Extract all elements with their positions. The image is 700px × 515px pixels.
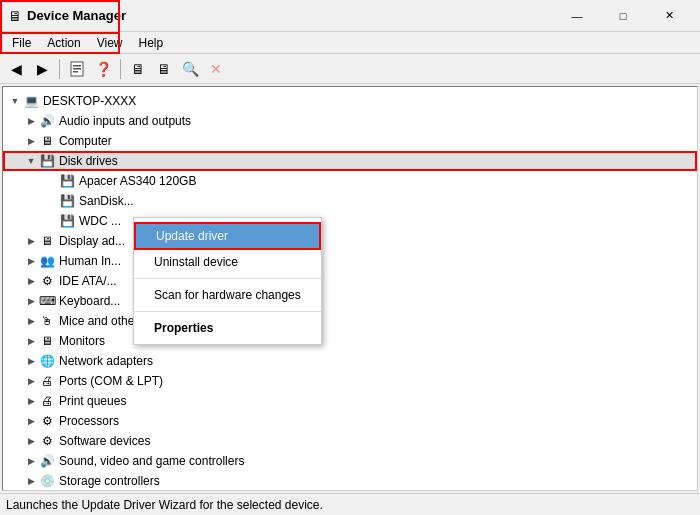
storage-icon: 💿 [39,473,55,489]
net-expand[interactable]: ▶ [23,353,39,369]
properties-icon [69,61,85,77]
proc-expand[interactable]: ▶ [23,413,39,429]
list-item[interactable]: ▶ 🖨 Ports (COM & LPT) [3,371,697,391]
apacer-label: Apacer AS340 120GB [79,174,196,188]
sandisk-label: SanDisk... [79,194,134,208]
sandisk-expand [43,193,59,209]
status-bar: Launches the Update Driver Wizard for th… [0,493,700,515]
wdc-expand [43,213,59,229]
maximize-button[interactable]: □ [600,0,646,32]
list-item[interactable]: 💾 SanDisk... [3,191,697,211]
ctx-uninstall[interactable]: Uninstall device [134,250,321,274]
ctx-scan[interactable]: Scan for hardware changes [134,283,321,307]
computer-expand[interactable]: ▶ [23,133,39,149]
list-item[interactable]: 💾 Apacer AS340 120GB [3,171,697,191]
human-expand[interactable]: ▶ [23,253,39,269]
ctx-properties[interactable]: Properties [134,316,321,340]
svg-rect-1 [73,65,81,67]
list-item[interactable]: ▶ ⚙ IDE ATA/... [3,271,697,291]
net-icon: 🌐 [39,353,55,369]
print-icon: 🖨 [39,393,55,409]
menu-file[interactable]: File [4,34,39,52]
sound-icon: 🔊 [39,453,55,469]
ctx-update-driver[interactable]: Update driver [134,222,321,250]
list-item[interactable]: ▶ 🖥 Display ad... [3,231,697,251]
list-item[interactable]: ▶ 👥 Human In... [3,251,697,271]
kbd-expand[interactable]: ▶ [23,293,39,309]
toolbar-separator-1 [59,59,60,79]
sw-label: Software devices [59,434,150,448]
menu-help[interactable]: Help [131,34,172,52]
remove-button[interactable]: ✕ [204,57,228,81]
list-item[interactable]: ▶ ⚙ Software devices [3,431,697,451]
scan-button[interactable]: 🔍 [178,57,202,81]
wdc-label: WDC ... [79,214,121,228]
list-item[interactable]: ▶ 🖥 Monitors [3,331,697,351]
computer-label: Computer [59,134,112,148]
close-button[interactable]: ✕ [646,0,692,32]
list-item[interactable]: ▶ 💿 Storage controllers [3,471,697,491]
storage-expand[interactable]: ▶ [23,473,39,489]
sw-icon: ⚙ [39,433,55,449]
disk-expand[interactable]: ▼ [23,153,39,169]
tree-root[interactable]: ▼ 💻 DESKTOP-XXXX [3,91,697,111]
main-area: ▼ 💻 DESKTOP-XXXX ▶ 🔊 Audio inputs and ou… [0,84,700,493]
wdc-icon: 💾 [59,213,75,229]
apacer-expand [43,173,59,189]
kbd-label: Keyboard... [59,294,120,308]
monitors-expand[interactable]: ▶ [23,333,39,349]
print-expand[interactable]: ▶ [23,393,39,409]
computer-icon: 🖥 [39,133,55,149]
ide-icon: ⚙ [39,273,55,289]
ide-expand[interactable]: ▶ [23,273,39,289]
display-expand[interactable]: ▶ [23,233,39,249]
properties-button[interactable] [65,57,89,81]
mice-expand[interactable]: ▶ [23,313,39,329]
sw-expand[interactable]: ▶ [23,433,39,449]
ports-expand[interactable]: ▶ [23,373,39,389]
title-bar-controls: — □ ✕ [554,0,692,32]
menu-action[interactable]: Action [39,34,88,52]
back-button[interactable]: ◀ [4,57,28,81]
print-label: Print queues [59,394,126,408]
list-item[interactable]: ▶ 🔊 Sound, video and game controllers [3,451,697,471]
sound-label: Sound, video and game controllers [59,454,244,468]
list-item[interactable]: ▶ 🖥 Computer [3,131,697,151]
list-item[interactable]: ▶ 🔊 Audio inputs and outputs [3,111,697,131]
root-icon: 💻 [23,93,39,109]
human-icon: 👥 [39,253,55,269]
list-item[interactable]: ▶ 🌐 Network adapters [3,351,697,371]
list-item[interactable]: 💾 WDC ... [3,211,697,231]
minimize-button[interactable]: — [554,0,600,32]
svg-rect-3 [73,71,78,73]
net-label: Network adapters [59,354,153,368]
menu-bar: File Action View Help [0,32,700,54]
audio-icon: 🔊 [39,113,55,129]
proc-label: Processors [59,414,119,428]
display-button[interactable]: 🖥 [126,57,150,81]
proc-icon: ⚙ [39,413,55,429]
context-menu: Update driver Uninstall device Scan for … [133,217,322,345]
ide-label: IDE ATA/... [59,274,117,288]
title-bar-text: Device Manager [27,8,126,23]
human-label: Human In... [59,254,121,268]
list-item[interactable]: ▶ ⚙ Processors [3,411,697,431]
disk-drives-label: Disk drives [59,154,118,168]
list-item[interactable]: ▶ 🖱 Mice and other pointing devices [3,311,697,331]
root-expand[interactable]: ▼ [7,93,23,109]
list-item[interactable]: ▶ 🖨 Print queues [3,391,697,411]
title-bar: 🖥 Device Manager — □ ✕ [0,0,700,32]
menu-view[interactable]: View [89,34,131,52]
disk-icon: 💾 [39,153,55,169]
disk-drives-item[interactable]: ▼ 💾 Disk drives [3,151,697,171]
display2-button[interactable]: 🖥 [152,57,176,81]
help-button[interactable]: ❓ [91,57,115,81]
audio-expand[interactable]: ▶ [23,113,39,129]
forward-button[interactable]: ▶ [30,57,54,81]
sandisk-icon: 💾 [59,193,75,209]
list-item[interactable]: ▶ ⌨ Keyboard... [3,291,697,311]
sound-expand[interactable]: ▶ [23,453,39,469]
device-tree[interactable]: ▼ 💻 DESKTOP-XXXX ▶ 🔊 Audio inputs and ou… [2,86,698,491]
mice-icon: 🖱 [39,313,55,329]
apacer-icon: 💾 [59,173,75,189]
